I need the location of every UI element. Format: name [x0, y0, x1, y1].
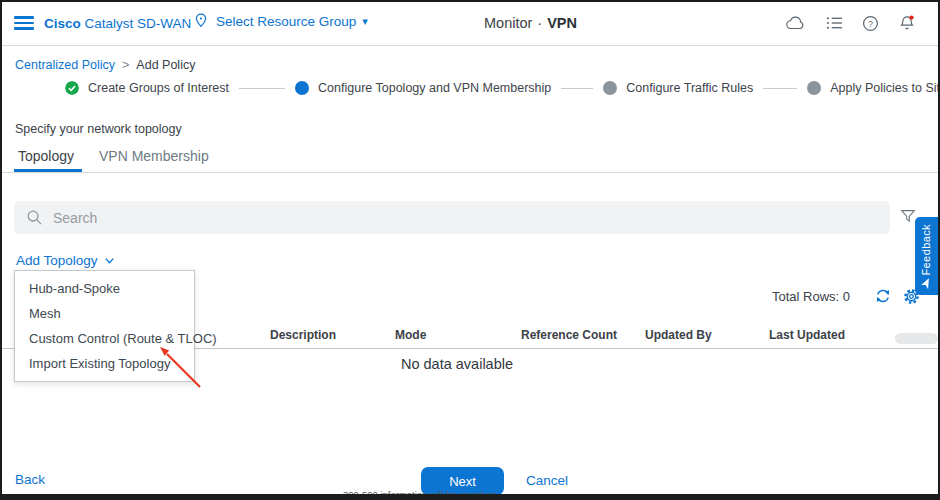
page-title-separator: ·: [537, 15, 542, 31]
menu-item-custom-control[interactable]: Custom Control (Route & TLOC): [15, 326, 194, 351]
feedback-label: Feedback: [920, 224, 932, 276]
step-pending-icon: [807, 81, 821, 95]
refresh-icon[interactable]: [874, 287, 892, 305]
breadcrumb-current: Add Policy: [136, 58, 195, 72]
column-header-last-updated[interactable]: Last Updated: [769, 328, 845, 342]
step-apply-policies[interactable]: Apply Policies to Sites and VPNs: [807, 81, 940, 95]
step-connector: [763, 88, 797, 89]
cursor-icon: [920, 278, 932, 290]
notification-badge: [909, 15, 913, 19]
step-label: Create Groups of Interest: [88, 81, 229, 95]
caret-down-icon: ▾: [362, 15, 368, 28]
breadcrumb-separator: >: [122, 58, 129, 72]
step-active-icon: [295, 81, 309, 95]
step-pending-icon: [603, 81, 617, 95]
step-label: Configure Traffic Rules: [626, 81, 753, 95]
column-header-mode[interactable]: Mode: [395, 328, 426, 342]
page-title-prefix: Monitor: [484, 15, 532, 31]
top-bar: Cisco Catalyst SD-WAN Select Resource Gr…: [2, 2, 938, 46]
svg-text:?: ?: [868, 18, 873, 28]
step-create-groups[interactable]: Create Groups of Interest: [65, 81, 229, 95]
column-header-description[interactable]: Description: [270, 328, 336, 342]
step-traffic-rules[interactable]: Configure Traffic Rules: [603, 81, 753, 95]
notification-bell-icon[interactable]: [898, 14, 916, 32]
column-header-reference-count[interactable]: Reference Count: [521, 328, 617, 342]
resource-group-label: Select Resource Group: [216, 14, 356, 29]
menu-item-mesh[interactable]: Mesh: [15, 301, 194, 326]
cancel-link[interactable]: Cancel: [526, 473, 568, 488]
step-complete-icon: [65, 81, 79, 95]
column-header-updated-by[interactable]: Updated By: [645, 328, 712, 342]
tab-bar: Topology VPN Membership: [2, 145, 938, 173]
task-list-icon[interactable]: [826, 15, 843, 31]
topbar-icons: ?: [785, 14, 916, 32]
step-label: Apply Policies to Sites and VPNs: [830, 81, 940, 95]
step-connector: [561, 88, 593, 89]
search-bar[interactable]: [14, 201, 890, 234]
back-link[interactable]: Back: [15, 472, 45, 487]
cloud-icon[interactable]: [785, 15, 807, 31]
feedback-tab[interactable]: Feedback: [915, 217, 938, 295]
resource-group-selector[interactable]: Select Resource Group ▾: [192, 12, 368, 30]
search-icon: [26, 209, 43, 226]
menu-icon[interactable]: [14, 16, 34, 31]
chevron-down-icon: [103, 254, 116, 267]
brand-rest: Catalyst SD-WAN: [85, 16, 192, 31]
tab-vpn-membership[interactable]: VPN Membership: [99, 148, 209, 164]
add-topology-label: Add Topology: [16, 253, 98, 268]
search-input[interactable]: [53, 210, 878, 226]
table-scrollbar[interactable]: [895, 333, 938, 344]
total-rows-label: Total Rows: 0: [772, 289, 850, 304]
clipped-footer-text: ...300-500 information will be round up: [335, 489, 497, 500]
section-subtitle: Specify your network topology: [15, 122, 182, 136]
tab-topology[interactable]: Topology: [18, 148, 74, 164]
menu-item-hub-and-spoke[interactable]: Hub-and-Spoke: [15, 276, 194, 301]
menu-item-import-existing-topology[interactable]: Import Existing Topology: [15, 351, 194, 376]
location-pin-icon: [192, 12, 210, 30]
app-window: Cisco Catalyst SD-WAN Select Resource Gr…: [0, 0, 940, 500]
breadcrumb-parent-link[interactable]: Centralized Policy: [15, 58, 115, 72]
help-icon[interactable]: ?: [862, 15, 879, 32]
add-topology-menu: Hub-and-Spoke Mesh Custom Control (Route…: [14, 270, 195, 382]
brand-logo: Cisco Catalyst SD-WAN: [44, 16, 191, 31]
step-configure-topology[interactable]: Configure Topology and VPN Membership: [295, 81, 551, 95]
step-connector: [239, 88, 285, 89]
brand-bold: Cisco: [44, 16, 81, 31]
page-title-current: VPN: [547, 15, 577, 31]
add-topology-button[interactable]: Add Topology: [16, 253, 116, 268]
step-label: Configure Topology and VPN Membership: [318, 81, 551, 95]
page-title: Monitor·VPN: [484, 15, 577, 31]
breadcrumb: Centralized Policy>Add Policy: [15, 58, 195, 72]
policy-wizard-stepper: Create Groups of Interest Configure Topo…: [65, 81, 940, 95]
